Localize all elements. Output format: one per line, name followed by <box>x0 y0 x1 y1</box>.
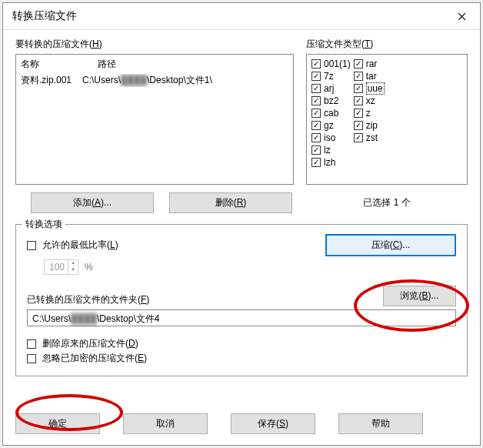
files-label: 要转换的压缩文件(H) <box>15 38 294 51</box>
type-checkbox[interactable] <box>354 72 363 81</box>
close-icon <box>458 12 466 21</box>
type-checkbox[interactable] <box>311 158 321 167</box>
add-button[interactable]: 添加(A)... <box>31 192 154 213</box>
type-item-xz[interactable]: xz <box>354 95 385 107</box>
help-button[interactable]: 帮助 <box>338 413 423 434</box>
min-ratio-value: 100 <box>45 262 68 272</box>
options-legend: 转换选项 <box>22 218 65 231</box>
delete-orig-label: 删除原来的压缩文件(D) <box>42 337 138 350</box>
type-item-tar[interactable]: tar <box>354 70 385 82</box>
type-checkbox[interactable] <box>311 72 321 81</box>
type-checkbox[interactable] <box>354 84 363 93</box>
dialog-buttons: 确定 取消 保存(S) 帮助 <box>3 406 480 445</box>
file-list-row[interactable]: 资料.zip.001 C:\Users\████\Desktop\文件1\ <box>21 74 288 87</box>
skip-enc-checkbox[interactable] <box>27 354 36 363</box>
selected-count: 已选择 1 个 <box>306 196 468 209</box>
type-label: rar <box>366 59 378 69</box>
skip-enc-label: 忽略已加密的压缩文件(E) <box>42 352 147 365</box>
type-item-z[interactable]: z <box>354 107 385 119</box>
min-ratio-spinner[interactable]: 100 ▲▼ <box>44 259 78 275</box>
type-item-zst[interactable]: zst <box>354 132 385 144</box>
min-ratio-label: 允许的最低比率(L) <box>42 239 118 252</box>
type-label: xz <box>366 95 375 106</box>
delete-orig-row: 删除原来的压缩文件(D) <box>27 337 456 350</box>
type-list: 001(1)7zarjbz2cabgzisolzlzh rartaruuexzz… <box>306 54 468 185</box>
type-label: z <box>366 108 371 119</box>
type-label: 7z <box>324 71 334 82</box>
type-checkbox[interactable] <box>311 121 321 130</box>
min-ratio-row: 允许的最低比率(L) <box>27 239 118 252</box>
type-item-gz[interactable]: gz <box>311 119 351 132</box>
type-item-bz2[interactable]: bz2 <box>311 95 351 107</box>
window-title: 转换压缩文件 <box>12 9 77 23</box>
types-label: 压缩文件类型(T) <box>306 38 468 51</box>
type-label: arj <box>324 83 334 94</box>
file-path: C:\Users\████\Desktop\文件1\ <box>82 74 288 87</box>
delete-orig-checkbox[interactable] <box>27 339 36 349</box>
type-label: lzh <box>324 157 335 168</box>
type-item-zip[interactable]: zip <box>354 119 385 132</box>
file-list[interactable]: 名称 路径 资料.zip.001 C:\Users\████\Desktop\文… <box>15 54 294 185</box>
type-checkbox[interactable] <box>354 133 363 142</box>
type-checkbox[interactable] <box>311 109 321 118</box>
folder-label: 已转换的压缩文件的文件夹(F) <box>27 293 149 306</box>
spinner-buttons[interactable]: ▲▼ <box>68 260 78 274</box>
file-name: 资料.zip.001 <box>21 74 82 87</box>
col-path[interactable]: 路径 <box>98 58 288 71</box>
type-item-iso[interactable]: iso <box>311 132 351 144</box>
dialog-window: 转换压缩文件 要转换的压缩文件(H) 名称 路径 资料.zip.001 <box>2 2 481 446</box>
type-col-2: rartaruuexzzzipzst <box>354 58 385 181</box>
type-label: lz <box>324 145 331 155</box>
type-col-1: 001(1)7zarjbz2cabgzisolzlzh <box>311 58 351 181</box>
type-label: tar <box>366 71 377 82</box>
type-label: bz2 <box>324 95 338 106</box>
type-checkbox[interactable] <box>311 84 321 93</box>
titlebar: 转换压缩文件 <box>3 3 480 30</box>
type-label: uue <box>366 82 385 95</box>
type-checkbox[interactable] <box>354 59 363 69</box>
type-label: 001(1) <box>324 59 351 69</box>
type-label: zip <box>366 120 378 131</box>
type-item-lz[interactable]: lz <box>311 144 351 156</box>
file-list-header: 名称 路径 <box>21 58 288 71</box>
ok-button[interactable]: 确定 <box>15 413 100 434</box>
col-name[interactable]: 名称 <box>21 58 82 71</box>
skip-enc-row: 忽略已加密的压缩文件(E) <box>27 352 456 365</box>
cancel-button[interactable]: 取消 <box>123 413 208 434</box>
type-checkbox[interactable] <box>354 121 363 130</box>
type-item-uue[interactable]: uue <box>354 82 385 95</box>
type-item-rar[interactable]: rar <box>354 58 385 70</box>
type-item-lzh[interactable]: lzh <box>311 156 351 169</box>
browse-button[interactable]: 浏览(B)... <box>383 286 456 306</box>
type-checkbox[interactable] <box>354 109 363 118</box>
folder-path-input[interactable]: C:\Users\████\Desktop\文件4 <box>27 309 456 326</box>
type-label: iso <box>324 132 335 143</box>
min-ratio-checkbox[interactable] <box>27 241 36 250</box>
type-item-arj[interactable]: arj <box>311 82 351 95</box>
type-checkbox[interactable] <box>311 133 321 142</box>
type-item-001(1)[interactable]: 001(1) <box>311 58 351 70</box>
type-checkbox[interactable] <box>311 145 321 155</box>
type-checkbox[interactable] <box>354 96 363 105</box>
percent-label: % <box>85 262 93 272</box>
type-checkbox[interactable] <box>311 59 321 69</box>
compress-button[interactable]: 压缩(C)... <box>325 234 456 256</box>
type-label: cab <box>324 108 338 119</box>
save-button[interactable]: 保存(S) <box>231 413 315 434</box>
type-item-cab[interactable]: cab <box>311 107 351 119</box>
type-label: zst <box>366 132 378 143</box>
dialog-content: 要转换的压缩文件(H) 名称 路径 资料.zip.001 C:\Users\██… <box>3 30 480 406</box>
options-fieldset: 转换选项 允许的最低比率(L) 压缩(C)... 100 ▲▼ % <box>15 224 468 376</box>
type-label: gz <box>324 120 334 131</box>
type-item-7z[interactable]: 7z <box>311 70 351 82</box>
type-checkbox[interactable] <box>311 96 321 105</box>
remove-button[interactable]: 删除(R) <box>169 192 292 213</box>
close-button[interactable] <box>449 8 474 25</box>
